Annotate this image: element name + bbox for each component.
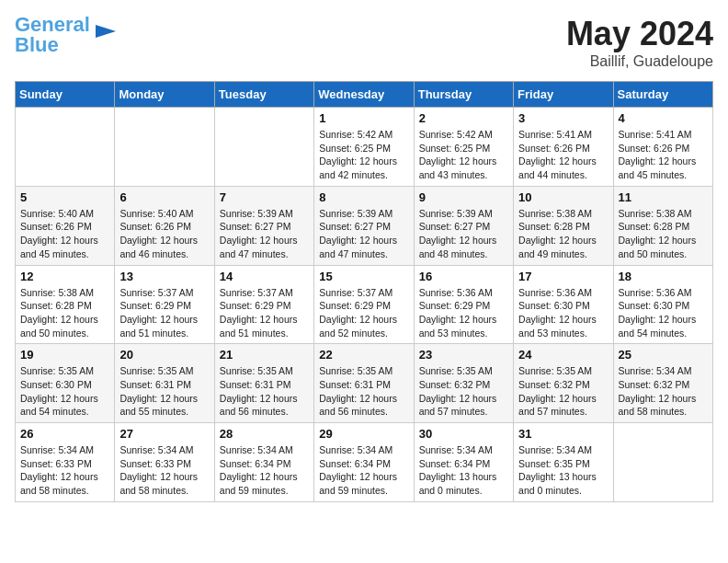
day-info: Sunrise: 5:34 AM Sunset: 6:35 PM Dayligh… — [518, 443, 608, 498]
weekday-header: Sunday — [16, 82, 115, 108]
day-info: Sunrise: 5:39 AM Sunset: 6:27 PM Dayligh… — [419, 207, 508, 261]
day-info: Sunrise: 5:34 AM Sunset: 6:32 PM Dayligh… — [619, 364, 708, 419]
day-info: Sunrise: 5:41 AM Sunset: 6:26 PM Dayligh… — [619, 128, 708, 182]
day-number: 23 — [419, 348, 508, 362]
weekday-header: Wednesday — [314, 82, 414, 108]
logo-arrow-icon — [92, 17, 119, 45]
day-number: 28 — [220, 427, 309, 441]
day-number: 2 — [419, 111, 508, 125]
calendar-cell: 15Sunrise: 5:37 AM Sunset: 6:29 PM Dayli… — [314, 265, 414, 344]
calendar-cell: 29Sunrise: 5:34 AM Sunset: 6:34 PM Dayli… — [314, 423, 414, 502]
day-info: Sunrise: 5:34 AM Sunset: 6:34 PM Dayligh… — [319, 443, 408, 498]
calendar-cell: 13Sunrise: 5:37 AM Sunset: 6:29 PM Dayli… — [115, 265, 214, 344]
day-info: Sunrise: 5:40 AM Sunset: 6:26 PM Dayligh… — [119, 207, 209, 261]
logo: General Blue — [15, 15, 119, 55]
calendar-cell: 22Sunrise: 5:35 AM Sunset: 6:31 PM Dayli… — [314, 344, 414, 423]
calendar-cell: 21Sunrise: 5:35 AM Sunset: 6:31 PM Dayli… — [214, 344, 313, 423]
day-number: 27 — [119, 427, 209, 441]
calendar-cell: 26Sunrise: 5:34 AM Sunset: 6:33 PM Dayli… — [16, 423, 115, 502]
weekday-header: Tuesday — [214, 82, 313, 108]
day-number: 3 — [518, 111, 608, 125]
day-number: 8 — [319, 190, 408, 204]
day-info: Sunrise: 5:41 AM Sunset: 6:26 PM Dayligh… — [518, 128, 608, 182]
calendar-header: SundayMondayTuesdayWednesdayThursdayFrid… — [16, 82, 713, 108]
day-number: 22 — [319, 348, 408, 362]
day-number: 31 — [518, 427, 608, 441]
calendar-week: 1Sunrise: 5:42 AM Sunset: 6:25 PM Daylig… — [16, 108, 713, 187]
calendar-cell: 6Sunrise: 5:40 AM Sunset: 6:26 PM Daylig… — [115, 186, 214, 265]
location: Baillif, Guadeloupe — [566, 53, 713, 70]
calendar-cell: 2Sunrise: 5:42 AM Sunset: 6:25 PM Daylig… — [414, 108, 513, 187]
calendar: SundayMondayTuesdayWednesdayThursdayFrid… — [15, 81, 713, 502]
day-number: 7 — [220, 190, 309, 204]
day-info: Sunrise: 5:38 AM Sunset: 6:28 PM Dayligh… — [20, 286, 109, 340]
calendar-week: 12Sunrise: 5:38 AM Sunset: 6:28 PM Dayli… — [16, 265, 713, 344]
weekday-header: Monday — [115, 82, 214, 108]
calendar-cell: 12Sunrise: 5:38 AM Sunset: 6:28 PM Dayli… — [16, 265, 115, 344]
day-info: Sunrise: 5:36 AM Sunset: 6:30 PM Dayligh… — [518, 286, 608, 340]
day-number: 5 — [20, 190, 109, 204]
day-number: 26 — [20, 427, 109, 441]
day-info: Sunrise: 5:34 AM Sunset: 6:33 PM Dayligh… — [119, 443, 209, 498]
calendar-cell: 4Sunrise: 5:41 AM Sunset: 6:26 PM Daylig… — [613, 108, 712, 187]
calendar-cell: 30Sunrise: 5:34 AM Sunset: 6:34 PM Dayli… — [414, 423, 513, 502]
day-info: Sunrise: 5:39 AM Sunset: 6:27 PM Dayligh… — [220, 207, 309, 261]
calendar-cell — [613, 423, 712, 502]
day-number: 16 — [419, 270, 508, 283]
day-number: 24 — [518, 348, 608, 362]
calendar-week: 19Sunrise: 5:35 AM Sunset: 6:30 PM Dayli… — [16, 344, 713, 423]
day-info: Sunrise: 5:34 AM Sunset: 6:33 PM Dayligh… — [20, 443, 109, 498]
calendar-cell: 3Sunrise: 5:41 AM Sunset: 6:26 PM Daylig… — [514, 108, 613, 187]
day-number: 17 — [518, 270, 608, 283]
day-info: Sunrise: 5:36 AM Sunset: 6:29 PM Dayligh… — [419, 286, 508, 340]
day-number: 11 — [619, 190, 708, 204]
day-info: Sunrise: 5:35 AM Sunset: 6:31 PM Dayligh… — [319, 364, 408, 419]
logo-text: General Blue — [15, 15, 90, 55]
calendar-cell: 10Sunrise: 5:38 AM Sunset: 6:28 PM Dayli… — [514, 186, 613, 265]
day-info: Sunrise: 5:35 AM Sunset: 6:31 PM Dayligh… — [220, 364, 309, 419]
calendar-week: 26Sunrise: 5:34 AM Sunset: 6:33 PM Dayli… — [16, 423, 713, 502]
day-info: Sunrise: 5:35 AM Sunset: 6:31 PM Dayligh… — [119, 364, 209, 419]
day-number: 1 — [319, 111, 408, 125]
calendar-cell: 7Sunrise: 5:39 AM Sunset: 6:27 PM Daylig… — [214, 186, 313, 265]
calendar-cell: 14Sunrise: 5:37 AM Sunset: 6:29 PM Dayli… — [214, 265, 313, 344]
day-number: 9 — [419, 190, 508, 204]
calendar-cell: 27Sunrise: 5:34 AM Sunset: 6:33 PM Dayli… — [115, 423, 214, 502]
day-number: 6 — [119, 190, 209, 204]
day-number: 25 — [619, 348, 708, 362]
calendar-cell: 24Sunrise: 5:35 AM Sunset: 6:32 PM Dayli… — [514, 344, 613, 423]
day-number: 4 — [619, 111, 708, 125]
day-number: 21 — [220, 348, 309, 362]
day-number: 30 — [419, 427, 508, 441]
day-info: Sunrise: 5:34 AM Sunset: 6:34 PM Dayligh… — [419, 443, 508, 498]
calendar-cell: 18Sunrise: 5:36 AM Sunset: 6:30 PM Dayli… — [613, 265, 712, 344]
calendar-cell: 1Sunrise: 5:42 AM Sunset: 6:25 PM Daylig… — [314, 108, 414, 187]
day-number: 12 — [20, 270, 109, 283]
weekday-header: Thursday — [414, 82, 513, 108]
calendar-cell — [214, 108, 313, 187]
calendar-cell: 31Sunrise: 5:34 AM Sunset: 6:35 PM Dayli… — [514, 423, 613, 502]
day-info: Sunrise: 5:42 AM Sunset: 6:25 PM Dayligh… — [419, 128, 508, 182]
day-info: Sunrise: 5:38 AM Sunset: 6:28 PM Dayligh… — [518, 207, 608, 261]
page-header: General Blue May 2024 Baillif, Guadeloup… — [15, 15, 713, 70]
day-number: 19 — [20, 348, 109, 362]
month-title: May 2024 — [566, 15, 713, 53]
calendar-cell: 8Sunrise: 5:39 AM Sunset: 6:27 PM Daylig… — [314, 186, 414, 265]
calendar-cell: 25Sunrise: 5:34 AM Sunset: 6:32 PM Dayli… — [613, 344, 712, 423]
day-info: Sunrise: 5:42 AM Sunset: 6:25 PM Dayligh… — [319, 128, 408, 182]
calendar-cell: 9Sunrise: 5:39 AM Sunset: 6:27 PM Daylig… — [414, 186, 513, 265]
weekday-header: Saturday — [613, 82, 712, 108]
day-info: Sunrise: 5:36 AM Sunset: 6:30 PM Dayligh… — [619, 286, 708, 340]
day-info: Sunrise: 5:40 AM Sunset: 6:26 PM Dayligh… — [20, 207, 109, 261]
calendar-cell: 16Sunrise: 5:36 AM Sunset: 6:29 PM Dayli… — [414, 265, 513, 344]
day-info: Sunrise: 5:37 AM Sunset: 6:29 PM Dayligh… — [119, 286, 209, 340]
weekday-header: Friday — [514, 82, 613, 108]
day-number: 15 — [319, 270, 408, 283]
day-info: Sunrise: 5:35 AM Sunset: 6:32 PM Dayligh… — [419, 364, 508, 419]
title-block: May 2024 Baillif, Guadeloupe — [566, 15, 713, 70]
calendar-cell: 19Sunrise: 5:35 AM Sunset: 6:30 PM Dayli… — [16, 344, 115, 423]
day-info: Sunrise: 5:38 AM Sunset: 6:28 PM Dayligh… — [619, 207, 708, 261]
calendar-cell: 28Sunrise: 5:34 AM Sunset: 6:34 PM Dayli… — [214, 423, 313, 502]
day-info: Sunrise: 5:35 AM Sunset: 6:30 PM Dayligh… — [20, 364, 109, 419]
day-number: 18 — [619, 270, 708, 283]
